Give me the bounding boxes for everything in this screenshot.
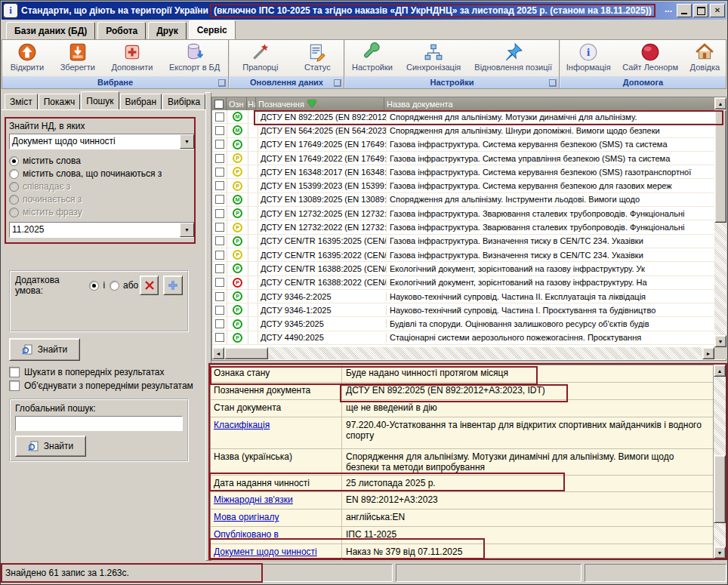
dialog-launcher-icon[interactable] [549,79,557,87]
table-row[interactable]: РДСТУ 9345:2025Будівлі та споруди. Оціню… [212,317,726,331]
row-checkbox[interactable] [215,112,224,122]
add-condition-button[interactable] [163,276,183,295]
maximize-button[interactable] [693,4,708,17]
table-row[interactable]: МДСТУ EN 892:2025 (EN 892:2012+А3:20Спор… [212,110,726,124]
scroll-down-icon[interactable]: ▼ [714,335,726,347]
sidebar-tab-search[interactable]: Пошук [81,91,119,109]
row-checkbox[interactable] [215,223,224,232]
match-mode-radio: містить фразу [9,207,195,217]
minimize-button[interactable] [677,4,692,17]
open-button[interactable]: Відкрити [8,42,47,72]
row-checkbox[interactable] [215,154,224,163]
column-header-status[interactable]: Озн [227,97,247,110]
match-mode-radio[interactable]: містить слова [9,155,195,166]
table-row[interactable]: МДСТУ EN 564:2025 (EN 564:2023, IDT)Спор… [212,124,726,137]
row-checkbox[interactable] [215,306,224,315]
table-vscroll-thumb[interactable] [714,109,726,223]
information-button[interactable]: i Інформація [563,42,614,72]
condition-and-radio[interactable]: і [89,280,105,291]
condition-or-radio[interactable]: або [110,280,138,291]
row-checkbox[interactable] [215,140,224,149]
table-row[interactable]: МДСТУ EN 13089:2025 (EN 13089:2011+Споря… [212,193,726,207]
column-header-name[interactable]: Назва документа [384,97,726,110]
select-all-checkbox[interactable] [212,97,227,110]
row-checkbox[interactable] [215,319,224,328]
export-db-button[interactable]: Експорт в БД [166,42,223,72]
table-row[interactable]: РДСТУ EN 12732:2022 (EN 12732:2021,Газов… [212,220,726,234]
merge-previous-checkbox[interactable]: Об'єднувати з попередніми результатам [9,380,201,391]
row-checkbox[interactable] [215,251,224,260]
scroll-left-icon[interactable]: ◄ [212,347,224,359]
row-checkbox[interactable] [215,264,224,273]
row-checkbox[interactable] [215,333,224,342]
details-label[interactable]: Документ щодо чинності [211,544,342,561]
table-row[interactable]: РДСТУ CEN/TR 16395:2022 (CEN/TR 16:Газов… [212,248,726,262]
details-vscroll-thumb[interactable] [714,455,726,523]
row-checkbox[interactable] [215,209,224,218]
find-button[interactable]: Знайти [9,338,80,361]
table-row[interactable]: РДСТУ EN 17649:2025 (EN 17649:2022,Газов… [212,138,726,152]
scroll-down-icon[interactable]: ▼ [714,547,726,559]
help-button[interactable]: Довідка [687,42,723,72]
save-button[interactable]: Зберегти [57,42,98,72]
match-mode-radio: починається з [9,194,195,205]
search-field-combobox[interactable]: Документ щодо чинності ▼ [9,134,195,149]
row-checkbox[interactable] [215,195,224,204]
table-row[interactable]: РДСТУ CEN/TR 16395:2025 (CEN/TR 16:Газов… [212,235,726,248]
tab-service[interactable]: Сервіс [189,20,236,39]
site-leonorm-button[interactable]: Сайт Леонорм [619,42,681,72]
row-checkbox[interactable] [215,278,224,287]
table-hscroll-thumb[interactable] [224,347,268,359]
table-row[interactable]: РДСТУ 9346-1:2025Науково-технічний супро… [212,303,726,317]
details-grid: Ознака стануБуде надано чинності протяго… [210,365,714,559]
chevron-down-icon[interactable]: ▼ [180,223,194,237]
period-combobox[interactable]: 11.2025 ▼ [9,222,195,238]
remove-condition-button[interactable] [140,276,158,295]
row-checkbox[interactable] [215,126,224,135]
column-header-naz[interactable]: Наз [247,97,256,110]
tab-print[interactable]: Друк [148,22,186,39]
table-hscrollbar[interactable] [212,347,714,359]
sidebar-tab-selected[interactable]: Вибран [120,94,162,109]
table-row[interactable]: РДСТУ EN 17649:2022 (EN 17649:2022,Газов… [212,152,726,165]
table-row[interactable]: РДСТУ EN 15399:2023 (EN 15399:2018,Газов… [212,179,726,192]
table-row[interactable]: РДСТУ EN 12732:2025 (EN 12732:2021,Газов… [212,207,726,220]
row-checkbox[interactable] [215,181,224,190]
table-row[interactable]: РДСТУ CEN/TR 16388:2025 (CEN/TR 16:Еколо… [212,262,726,276]
details-label[interactable]: Мова оригіналу [211,510,342,526]
sync-button[interactable]: Синхронізація [403,42,464,72]
scroll-up-icon[interactable]: ▲ [714,365,726,377]
dialog-launcher-icon[interactable] [218,79,226,87]
match-mode-radio[interactable]: містить слова, що починаються з [9,168,195,179]
row-checkbox[interactable] [215,168,224,177]
table-row[interactable]: РДСТУ CEN/TR 16388:2022 (CEN/TR 16:Еколо… [212,276,726,290]
sidebar-tab-selection[interactable]: Вибірка [162,94,205,109]
tab-work[interactable]: Робота [97,22,146,39]
settings-button[interactable]: Настройки [349,42,396,72]
details-label[interactable]: Міжнародні зв'язки [211,492,342,509]
global-find-button[interactable]: Знайти [15,436,86,457]
sidebar-tab-contents[interactable]: Зміст [5,94,38,109]
scroll-right-icon[interactable]: ► [702,347,714,359]
designation-cell: ДСТУ 9345:2025 [258,319,387,328]
tab-databases[interactable]: Бази даних (БД) [6,22,95,39]
append-button[interactable]: Доповнити [108,42,156,72]
restore-position-button[interactable]: Відновлення позиції [471,42,555,72]
details-label[interactable]: Класифікація [211,417,342,448]
flags-button[interactable]: Прапорці [239,42,281,72]
table-row[interactable]: РДСТУ 9346-2:2025Науково-технічний супро… [212,290,726,303]
search-previous-checkbox[interactable]: Шукати в попередніх результатах [9,367,201,377]
close-button[interactable]: ✕ [710,4,725,17]
global-search-input[interactable] [15,416,183,431]
scroll-up-icon[interactable]: ▲ [714,97,726,109]
sidebar-tab-index[interactable]: Покажч [39,94,81,109]
table-row[interactable]: РДСТУ EN 16348:2017 (EN 16348:2013,Газов… [212,165,726,179]
row-checkbox[interactable] [215,236,224,245]
details-label[interactable]: Опубліковано в [211,527,342,543]
dialog-launcher-icon[interactable] [334,79,341,87]
status-button[interactable]: Статус [301,42,334,72]
column-header-designation[interactable]: Позначення [256,97,384,110]
row-checkbox[interactable] [215,292,224,301]
chevron-down-icon[interactable]: ▼ [180,134,194,149]
table-row[interactable]: РДСТУ 4490:2025Стаціонарні системи аероз… [212,331,726,345]
